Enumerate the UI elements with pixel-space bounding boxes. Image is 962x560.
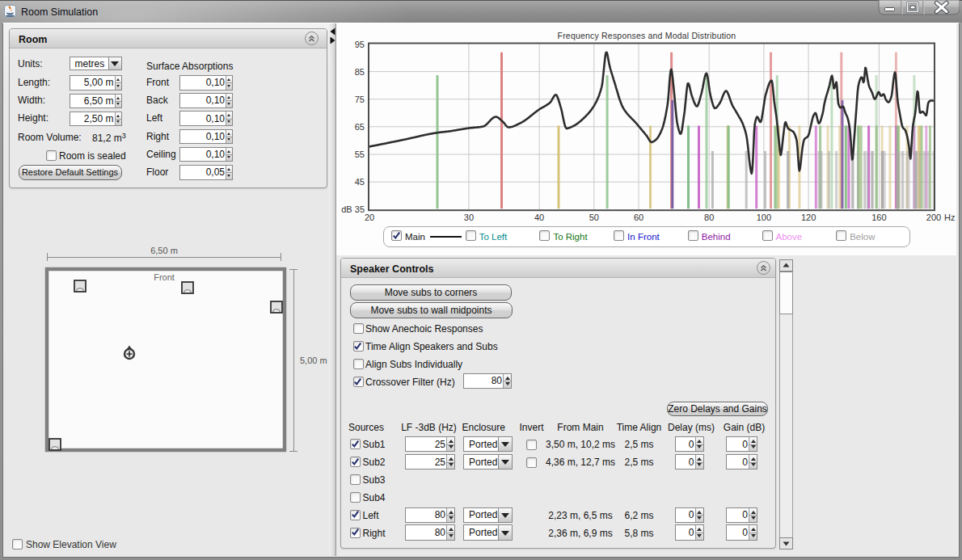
svg-text:160: 160 <box>871 213 886 222</box>
svg-text:Front: Front <box>154 272 175 282</box>
svg-text:65: 65 <box>355 122 365 132</box>
svg-text:Hz: Hz <box>944 213 955 222</box>
svg-text:120: 120 <box>801 213 816 222</box>
svg-text:55: 55 <box>355 149 365 159</box>
svg-text:100: 100 <box>757 213 771 222</box>
svg-text:80: 80 <box>704 213 714 222</box>
svg-text:60: 60 <box>634 213 643 222</box>
svg-text:6,50 m: 6,50 m <box>150 246 178 255</box>
svg-text:50: 50 <box>589 213 599 222</box>
svg-text:40: 40 <box>534 213 544 222</box>
svg-text:Frequency Responses and Modal: Frequency Responses and Modal Distributi… <box>558 31 736 40</box>
svg-text:30: 30 <box>464 213 474 222</box>
svg-text:dB 35: dB 35 <box>341 204 365 214</box>
svg-text:85: 85 <box>355 67 365 77</box>
svg-text:75: 75 <box>355 95 365 104</box>
svg-text:5,00 m: 5,00 m <box>300 356 327 365</box>
svg-text:45: 45 <box>355 177 365 187</box>
svg-text:95: 95 <box>355 40 365 49</box>
svg-text:200: 200 <box>926 213 941 222</box>
svg-text:20: 20 <box>365 213 374 222</box>
